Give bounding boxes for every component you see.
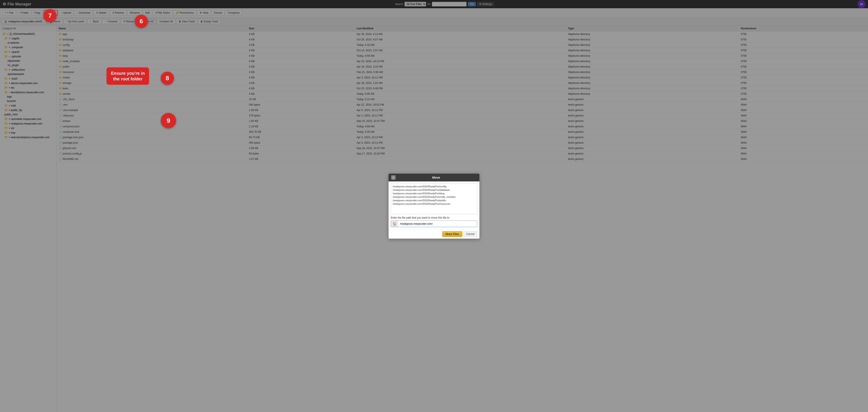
modal-header: × Move bbox=[389, 173, 479, 182]
modal-path-input[interactable] bbox=[398, 221, 477, 227]
modal-input-row: 🏠 bbox=[391, 221, 477, 227]
modal-body: /readypoos.meyacoder.com/SSS/ReadyPos/co… bbox=[389, 182, 479, 229]
modal-path-list[interactable]: /readypoos.meyacoder.com/SSS/ReadyPos/co… bbox=[391, 184, 477, 214]
modal-title: Move bbox=[396, 176, 477, 179]
modal-label: Enter the file path that you want to mov… bbox=[391, 216, 477, 219]
cancel-button[interactable]: Cancel bbox=[464, 231, 477, 237]
modal-close-button[interactable]: × bbox=[391, 176, 396, 180]
modal-footer: Move Files Cancel bbox=[389, 229, 479, 239]
modal-home-icon: 🏠 bbox=[391, 221, 398, 227]
move-modal: × Move /readypoos.meyacoder.com/SSS/Read… bbox=[389, 173, 479, 239]
modal-overlay: × Move /readypoos.meyacoder.com/SSS/Read… bbox=[0, 0, 868, 412]
move-files-button[interactable]: Move Files bbox=[442, 231, 462, 237]
